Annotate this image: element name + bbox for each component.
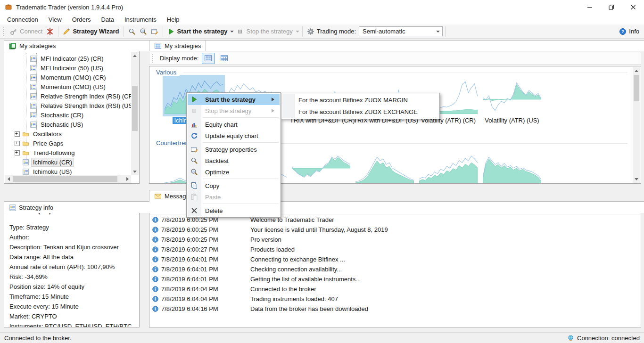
tree-item[interactable]: Price Gaps [4, 139, 131, 148]
context-menu-item[interactable]: Equity chart [188, 119, 280, 130]
optimize-button[interactable]: fx [138, 27, 149, 36]
tree-item[interactable]: Momentum (CMO) (US) [4, 82, 131, 91]
menubar-item[interactable]: Help [162, 15, 185, 24]
message-text: Checking connection availability... [247, 266, 342, 273]
expand-toggle-icon[interactable] [15, 131, 20, 137]
tree-item[interactable]: Stochastic (US) [4, 120, 131, 129]
strategy-wizard-button[interactable]: Strategy Wizard [61, 27, 121, 36]
messages-panel: Time 7/8/2019 6:00:25 PM Welcome to Trad… [149, 201, 641, 327]
strategy-thumbnail-chart[interactable] [481, 146, 543, 184]
tree-item[interactable]: MFI Indicator (50) (US) [4, 63, 131, 73]
context-menu-item[interactable]: Delete [188, 205, 280, 216]
strategy-thumbnail[interactable] [481, 146, 543, 184]
message-row[interactable]: 7/8/2019 6:00:25 PM Your license is vali… [149, 225, 641, 235]
pencil-icon [63, 28, 70, 35]
menubar-item[interactable]: Connection [2, 15, 43, 24]
main-tab[interactable]: My strategies [149, 40, 206, 51]
stop-strategy-button[interactable]: Stop the strategy [234, 27, 294, 36]
context-menu-item[interactable]: Paste [188, 191, 280, 203]
strategy-thumbnail[interactable] [417, 146, 479, 184]
submenu-item[interactable]: For the account Bitfinex ZUOX MARGIN [282, 94, 438, 106]
tree-item-icon [22, 140, 29, 147]
message-row[interactable]: 7/8/2019 6:00:25 PM Pro version [149, 235, 641, 245]
strategy-thumbnail-chart[interactable] [481, 75, 543, 116]
tree-item[interactable]: Stochastic (CR) [4, 110, 131, 120]
menubar-item[interactable]: View [43, 15, 67, 24]
tree-item[interactable]: Ichimoku (CR) [4, 157, 131, 167]
tree-item[interactable]: Momentum (CMO) (CR) [4, 73, 131, 82]
message-row[interactable]: 7/8/2019 6:04:04 PM Trading instruments … [149, 294, 641, 304]
message-time: 7/8/2019 6:00:25 PM [159, 226, 247, 233]
strategy-info-line: Timeframe: 15 Minute [9, 292, 134, 302]
menubar-item[interactable]: Orders [67, 15, 96, 24]
message-row[interactable]: 7/8/2019 6:00:27 PM Products loaded [149, 245, 641, 254]
menubar-item[interactable]: Instruments [119, 15, 162, 24]
backtest-button[interactable] [126, 27, 138, 36]
strategy-thumbnail[interactable] [354, 146, 416, 184]
scrollbar-thumb[interactable] [634, 75, 639, 101]
strategy-thumbnail-chart[interactable] [290, 146, 352, 184]
close-button[interactable] [622, 0, 644, 14]
strategy-thumbnail[interactable] [290, 146, 352, 184]
expand-toggle-icon[interactable] [15, 150, 20, 155]
strategy-info-line: Description: Tenkan and Kijun crossover [9, 242, 134, 252]
expand-toggle-icon[interactable] [15, 141, 20, 146]
trading-mode-select[interactable]: Semi-automatic [359, 26, 443, 36]
scroll-up-arrow[interactable] [131, 52, 139, 59]
connect-button[interactable]: Connect [8, 27, 44, 36]
info-button[interactable]: ? Info [617, 27, 641, 36]
disconnect-button[interactable] [44, 27, 56, 36]
tree-item-label: Relative Strength Index (RSI) (US) [39, 102, 131, 110]
strategy-thumbnail-chart[interactable] [417, 146, 479, 184]
context-menu-item[interactable]: Strategy properties [188, 144, 280, 155]
tree-vertical-scrollbar[interactable] [131, 52, 139, 175]
context-menu-item[interactable]: Stop the strategy [188, 105, 280, 116]
scroll-up-arrow[interactable] [633, 67, 640, 74]
message-row[interactable]: 7/8/2019 6:04:01 PM Getting the list of … [149, 274, 641, 284]
tab-label: My strategies [19, 42, 56, 49]
scroll-right-arrow[interactable] [124, 175, 131, 183]
minimize-button[interactable] [579, 0, 601, 14]
message-text: Connected to the broker [247, 286, 316, 293]
context-menu-item[interactable]: Copy [188, 180, 280, 191]
context-menu-item[interactable]: fx Optimize [188, 166, 280, 178]
start-strategy-dropdown[interactable] [230, 31, 234, 34]
tree-item[interactable]: MFI Indicator (25) (CR) [4, 54, 131, 63]
message-row[interactable]: 7/8/2019 6:04:01 PM Connecting to exchan… [149, 254, 641, 264]
message-row[interactable]: 7/8/2019 6:04:16 PM Data from the broker… [149, 304, 641, 314]
menubar-item[interactable]: Data [96, 15, 119, 24]
tab-my-strategies-left[interactable]: My strategies [4, 40, 644, 51]
tree-horizontal-scrollbar[interactable] [5, 175, 131, 183]
tree-item[interactable]: Trend-following [4, 148, 131, 157]
display-mode-grid-button[interactable] [202, 53, 215, 64]
display-mode-table-button[interactable] [218, 53, 231, 64]
message-row[interactable]: 7/8/2019 6:04:01 PM Checking connection … [149, 264, 641, 274]
scrollbar-thumb[interactable] [132, 86, 138, 131]
scroll-left-arrow[interactable] [5, 175, 12, 183]
scroll-down-arrow[interactable] [633, 175, 640, 183]
context-menu-item[interactable]: Backtest [188, 155, 280, 166]
tree-item[interactable]: Oscillators [4, 129, 131, 139]
restore-button[interactable] [601, 0, 622, 14]
menu-item-label: Strategy properties [201, 146, 257, 153]
properties-button[interactable] [149, 27, 160, 36]
tree-item-icon [30, 121, 37, 128]
strategy-thumbnail[interactable]: Volatility (ATR) (US) [481, 75, 543, 125]
grid-vertical-scrollbar[interactable] [633, 67, 640, 183]
start-strategy-button[interactable]: Start the strategy [165, 27, 230, 36]
submenu-item[interactable]: For the account Bitfinex ZUOX EXCHANGE [282, 106, 438, 118]
tree-item[interactable]: Relative Strength Index (RSI) (US) [4, 101, 131, 110]
strategy-thumbnail-chart[interactable] [354, 146, 416, 184]
context-menu-item[interactable]: Update equity chart [188, 130, 280, 141]
scroll-down-arrow[interactable] [131, 168, 139, 175]
tab-strategy-info[interactable]: Strategy info [4, 201, 644, 213]
table-view-icon [220, 54, 228, 62]
stop-strategy-dropdown[interactable] [296, 31, 299, 34]
context-menu-item[interactable]: Start the strategy [188, 94, 280, 105]
toolbar-separator [445, 26, 446, 37]
status-bar: Connected to the broker. Connection: con… [0, 332, 644, 343]
tree-item[interactable]: Relative Strength Index (RSI) (CR) [4, 91, 131, 101]
scrollbar-thumb[interactable] [13, 176, 117, 182]
message-row[interactable]: 7/8/2019 6:04:04 PM Connected to the bro… [149, 284, 641, 294]
tree-item[interactable]: Ichimoku (US) [4, 167, 131, 176]
